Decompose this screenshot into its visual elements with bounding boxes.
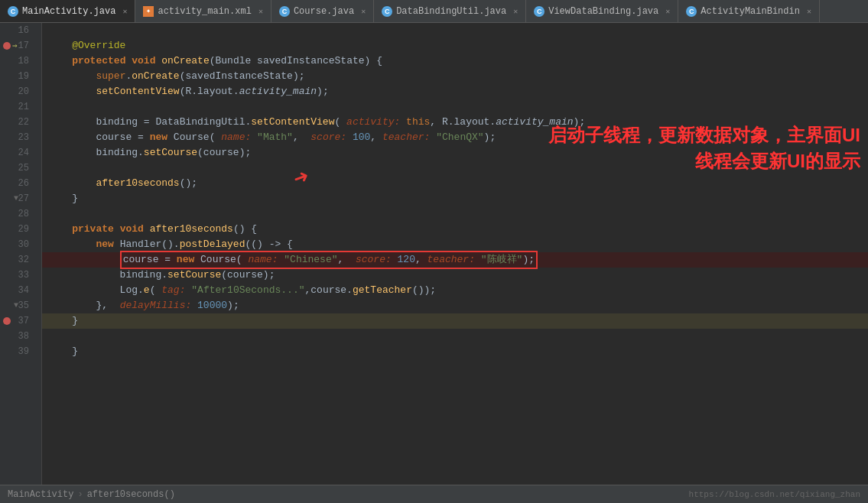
- code-line-39: }: [42, 344, 868, 359]
- gutter-20: 20: [0, 84, 35, 99]
- code-line-30: new Handler().postDelayed(() -> {: [42, 237, 868, 252]
- code-line-37: }: [42, 313, 868, 329]
- gutter-16: 16: [0, 23, 35, 38]
- code-line-19: super.onCreate(savedInstanceState);: [42, 69, 868, 84]
- code-line-38: [42, 329, 868, 344]
- code-line-32: course = new Course( name: "Chinese", sc…: [42, 252, 868, 268]
- gutter-39: 39: [0, 344, 35, 359]
- arrow-indicator: ⇒: [12, 38, 18, 54]
- status-file: MainActivity: [8, 489, 73, 500]
- gutter-32: 32: [0, 252, 35, 268]
- tab-course[interactable]: C Course.java ✕: [271, 0, 374, 22]
- tab-activitymainbinding[interactable]: C ActivityMainBindin ✕: [678, 0, 820, 22]
- gutter-17: ⇒ 17: [0, 38, 35, 54]
- tab-close-icon[interactable]: ✕: [513, 7, 518, 16]
- code-line-34: Log.e( tag: "After10Seconds...",course.g…: [42, 283, 868, 298]
- tab-bar: C MainActivity.java ✕ ✦ activity_main.xm…: [0, 0, 868, 23]
- gutter-21: 21: [0, 99, 35, 115]
- gutter-22: 22: [0, 115, 35, 130]
- tab-close-icon[interactable]: ✕: [807, 7, 811, 16]
- code-line-18: protected void onCreate(Bundle savedInst…: [42, 54, 868, 69]
- tab-main-activity[interactable]: C MainActivity.java ✕: [0, 0, 135, 22]
- tab-label: Course.java: [294, 6, 354, 17]
- java-icon: C: [382, 6, 392, 17]
- gutter-27: 27 ▼: [0, 191, 35, 206]
- code-line-33: binding.setCourse(course);: [42, 268, 868, 283]
- xml-icon: ✦: [143, 6, 154, 17]
- gutter-33: 33: [0, 268, 35, 283]
- gutter-26: 26: [0, 176, 35, 191]
- tab-label: ActivityMainBindin: [701, 6, 800, 17]
- status-method: after10seconds(): [87, 489, 175, 500]
- gutter-19: 19: [0, 69, 35, 84]
- status-bar: MainActivity › after10seconds() https://…: [0, 485, 868, 503]
- line-number-gutter: 16 ⇒ 17 18 19 20 21 22 23 24 25 26 27 ▼ …: [0, 23, 42, 485]
- code-line-26: after10seconds();: [42, 176, 868, 191]
- tab-label: activity_main.xml: [158, 6, 251, 17]
- gutter-23: 23: [0, 130, 35, 145]
- code-content[interactable]: @Override protected void onCreate(Bundle…: [42, 23, 868, 485]
- gutter-24: 24: [0, 145, 35, 161]
- gutter-18: 18: [0, 54, 35, 69]
- code-line-28: [42, 206, 868, 222]
- java-icon: C: [279, 6, 290, 17]
- java-icon: C: [8, 6, 18, 17]
- chinese-annotation-line1: 启动子线程，更新数据对象，主界面UI: [548, 122, 860, 148]
- code-line-21: [42, 99, 868, 115]
- code-area: 16 ⇒ 17 18 19 20 21 22 23 24 25 26 27 ▼ …: [0, 23, 868, 485]
- code-line-35: }, delayMillis: 10000);: [42, 298, 868, 313]
- breadcrumb-separator: ›: [77, 489, 83, 500]
- chinese-annotation-line2: 线程会更新UI的显示: [548, 148, 860, 174]
- tab-close-icon[interactable]: ✕: [361, 7, 366, 16]
- status-url: https://blog.csdn.net/qixiang_zhan: [689, 490, 860, 499]
- tab-close-icon[interactable]: ✕: [258, 7, 263, 16]
- gutter-30: 30: [0, 237, 35, 252]
- java-icon: C: [534, 6, 545, 17]
- gutter-35: 35 ▼: [0, 298, 35, 313]
- code-line-20: setContentView(R.layout.activity_main);: [42, 84, 868, 99]
- java-icon: C: [686, 6, 697, 17]
- tab-viewdatabinding[interactable]: C ViewDataBinding.java ✕: [526, 0, 678, 22]
- code-line-29: private void after10seconds() {: [42, 222, 868, 237]
- code-line-17: @Override: [42, 38, 868, 54]
- tab-label: MainActivity.java: [22, 6, 115, 17]
- breakpoint-indicator: [3, 42, 11, 50]
- chinese-annotation: 启动子线程，更新数据对象，主界面UI 线程会更新UI的显示: [548, 122, 860, 174]
- status-breadcrumb: MainActivity › after10seconds(): [8, 489, 175, 500]
- code-line-16: [42, 23, 868, 38]
- tab-activity-xml[interactable]: ✦ activity_main.xml ✕: [135, 0, 271, 22]
- tab-close-icon[interactable]: ✕: [122, 7, 127, 16]
- annotation-override: @Override: [48, 38, 125, 54]
- tab-label: DataBindingUtil.java: [396, 6, 506, 17]
- highlighted-code-box: course = new Course( name: "Chinese", sc…: [120, 251, 538, 269]
- tab-databindingutil[interactable]: C DataBindingUtil.java ✕: [374, 0, 526, 22]
- code-line-27: }: [42, 191, 868, 206]
- gutter-28: 28: [0, 206, 35, 222]
- gutter-25: 25: [0, 161, 35, 176]
- gutter-34: 34: [0, 283, 35, 298]
- tab-label: ViewDataBinding.java: [548, 6, 658, 17]
- gutter-29: 29: [0, 222, 35, 237]
- gutter-38: 38: [0, 329, 35, 344]
- tab-close-icon[interactable]: ✕: [665, 7, 670, 16]
- gutter-37: 37: [0, 313, 35, 329]
